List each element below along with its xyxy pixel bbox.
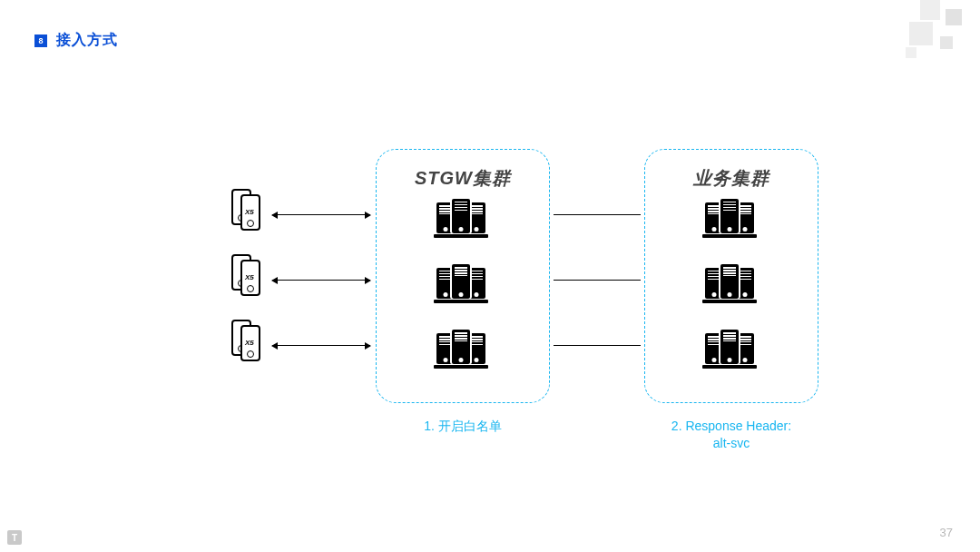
connector-line (272, 280, 370, 281)
connector-line (272, 214, 370, 215)
server-icon (705, 264, 769, 301)
cluster-stgw-title: STGW集群 (377, 166, 549, 191)
cluster-biz: 业务集群 (644, 149, 818, 403)
footer-logo-icon: T (7, 530, 22, 545)
phone-label: X5 (245, 339, 254, 347)
connector-line (272, 345, 370, 346)
server-icon (705, 199, 769, 235)
diagram-stage: X5 X5 X5 STGW集群 1. 开启白名单 业务集群 2. Respons… (0, 0, 980, 552)
cluster-biz-caption: 2. Response Header: alt-svc (644, 418, 818, 452)
cluster-stgw-caption: 1. 开启白名单 (376, 418, 550, 435)
phone-icon: X5 (231, 254, 264, 296)
cluster-biz-title: 业务集群 (645, 166, 818, 191)
phone-label: X5 (245, 273, 254, 281)
phone-icon: X5 (231, 189, 264, 231)
server-icon (705, 330, 769, 366)
server-icon (436, 199, 500, 235)
connector-line (554, 280, 641, 281)
server-icon (436, 330, 500, 366)
server-icon (436, 264, 500, 301)
page-number: 37 (940, 526, 953, 539)
connector-line (554, 214, 641, 215)
phone-icon: X5 (231, 320, 264, 361)
connector-line (554, 345, 641, 346)
phone-label: X5 (245, 208, 254, 216)
cluster-stgw: STGW集群 (376, 149, 550, 403)
